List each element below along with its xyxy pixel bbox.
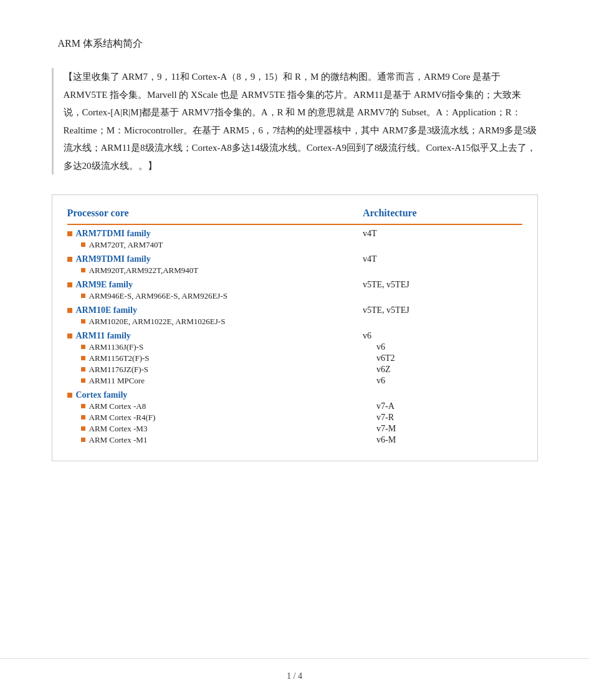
sub-arch: v6Z (363, 364, 522, 375)
table-row: ARM1156T2(F)-Sv6T2 (67, 353, 522, 364)
bullet-icon (67, 282, 72, 287)
table-header-row: Processor core Architecture (67, 208, 522, 224)
sub-arch: v7-A (363, 401, 522, 412)
family-name: ARM9TDMI family (76, 254, 151, 264)
sub-arch: v6T2 (363, 353, 522, 364)
sub-bullet-icon (81, 378, 85, 383)
sub-bullet-icon (81, 242, 85, 247)
sub-processor-name: ARM Cortex -M3 (89, 424, 148, 434)
family-arch (363, 386, 522, 401)
sub-arch (363, 290, 522, 302)
bullet-icon (67, 333, 72, 338)
family-arch: v5TE, v5TEJ (363, 302, 522, 316)
bullet-icon (67, 308, 72, 313)
sub-processor-name: ARM1176JZ(F)-S (89, 365, 149, 375)
bullet-icon (67, 257, 72, 262)
page-title: ARM 体系结构简介 (52, 37, 538, 50)
sub-bullet-icon (81, 345, 85, 349)
family-arch: v4T (363, 224, 522, 239)
table-row: ARM1020E, ARM1022E, ARM1026EJ-S (67, 316, 522, 327)
table-row: ARM Cortex -M3v7-M (67, 423, 522, 434)
sub-processor-name: ARM946E-S, ARM966E-S, ARM926EJ-S (89, 291, 227, 301)
sub-bullet-icon (81, 367, 85, 372)
sub-arch (363, 316, 522, 327)
family-name: ARM9E family (76, 280, 133, 290)
sub-bullet-icon (81, 294, 85, 298)
sub-processor-name: ARM1156T2(F)-S (89, 353, 150, 363)
col-architecture: Architecture (363, 208, 522, 224)
sub-processor-name: ARM1136J(F)-S (89, 342, 144, 352)
sub-arch: v7-R (363, 412, 522, 423)
sub-processor-name: ARM920T,ARM922T,ARM940T (89, 266, 199, 276)
sub-arch: v7-M (363, 423, 522, 434)
family-name: ARM10E family (76, 305, 137, 315)
table-row: Cortex family (67, 386, 522, 401)
sub-bullet-icon (81, 268, 85, 272)
sub-arch (363, 239, 522, 251)
table-row: ARM720T, ARM740T (67, 239, 522, 251)
sub-bullet-icon (81, 319, 85, 324)
sub-processor-name: ARM Cortex -R4(F) (89, 413, 156, 423)
bullet-icon (67, 231, 72, 236)
page-footer: 1 / 4 (0, 658, 589, 700)
sub-processor-name: ARM Cortex -A8 (89, 401, 146, 411)
bullet-icon (67, 393, 72, 398)
table-row: ARM7TDMI familyv4T (67, 224, 522, 239)
table-row: ARM1136J(F)-Sv6 (67, 342, 522, 353)
processor-table-wrapper: Processor core Architecture ARM7TDMI fam… (52, 194, 538, 461)
sub-bullet-icon (81, 438, 85, 442)
sub-bullet-icon (81, 426, 85, 431)
sub-bullet-icon (81, 356, 85, 360)
sub-bullet-icon (81, 404, 85, 408)
table-row: ARM11 MPCorev6 (67, 375, 522, 386)
table-row: ARM Cortex -R4(F)v7-R (67, 412, 522, 423)
table-row: ARM9E familyv5TE, v5TEJ (67, 276, 522, 290)
sub-arch: v6 (363, 375, 522, 386)
sub-arch (363, 265, 522, 276)
table-row: ARM10E familyv5TE, v5TEJ (67, 302, 522, 316)
processor-table: Processor core Architecture ARM7TDMI fam… (67, 208, 522, 446)
col-processor-core: Processor core (67, 208, 363, 224)
table-row: ARM1176JZ(F)-Sv6Z (67, 364, 522, 375)
sub-processor-name: ARM1020E, ARM1022E, ARM1026EJ-S (89, 317, 226, 327)
family-name: Cortex family (76, 390, 128, 400)
table-row: ARM Cortex -M1v6-M (67, 434, 522, 446)
sub-bullet-icon (81, 415, 85, 420)
sub-processor-name: ARM720T, ARM740T (89, 240, 163, 250)
sub-processor-name: ARM Cortex -M1 (89, 435, 148, 445)
table-row: ARM920T,ARM922T,ARM940T (67, 265, 522, 276)
page-number: 1 / 4 (287, 671, 302, 681)
sub-arch: v6-M (363, 434, 522, 446)
table-row: ARM Cortex -A8v7-A (67, 401, 522, 412)
table-row: ARM9TDMI familyv4T (67, 251, 522, 265)
sub-arch: v6 (363, 342, 522, 353)
intro-text: 【这里收集了 ARM7，9，11和 Cortex-A（8，9，15）和 R，M … (52, 68, 538, 175)
table-row: ARM11 familyv6 (67, 327, 522, 342)
family-arch: v4T (363, 251, 522, 265)
family-name: ARM11 family (76, 331, 131, 341)
family-arch: v5TE, v5TEJ (363, 276, 522, 290)
family-arch: v6 (363, 327, 522, 342)
table-row: ARM946E-S, ARM966E-S, ARM926EJ-S (67, 290, 522, 302)
sub-processor-name: ARM11 MPCore (89, 376, 145, 386)
family-name: ARM7TDMI family (76, 229, 151, 239)
